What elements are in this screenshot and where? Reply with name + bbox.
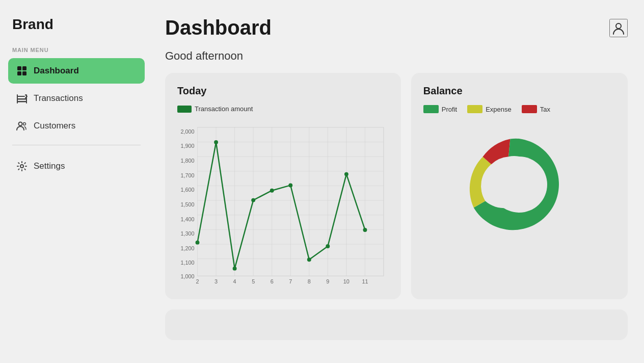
menu-label: MAIN MENU bbox=[8, 47, 145, 53]
svg-text:4: 4 bbox=[233, 278, 236, 284]
svg-point-55 bbox=[196, 241, 200, 245]
svg-text:7: 7 bbox=[289, 278, 292, 284]
svg-text:5: 5 bbox=[252, 278, 255, 284]
svg-text:1,600: 1,600 bbox=[180, 187, 194, 193]
donut-segment-other bbox=[509, 139, 520, 157]
line-chart: 2,000 1,900 1,800 1,700 1,600 1,500 1,40… bbox=[177, 119, 389, 287]
sidebar-item-label-dashboard: Dashboard bbox=[34, 66, 79, 76]
svg-point-60 bbox=[288, 183, 292, 187]
sidebar-item-transactions[interactable]: Transactions bbox=[8, 86, 145, 111]
svg-text:1,300: 1,300 bbox=[180, 230, 194, 237]
svg-rect-0 bbox=[17, 66, 21, 70]
svg-point-56 bbox=[214, 140, 218, 144]
svg-text:9: 9 bbox=[326, 278, 329, 284]
svg-point-63 bbox=[344, 172, 348, 176]
sidebar-item-label-customers: Customers bbox=[34, 121, 75, 131]
donut-chart-container bbox=[423, 123, 615, 246]
sidebar-item-dashboard[interactable]: Dashboard bbox=[8, 58, 145, 84]
nav-divider bbox=[12, 145, 141, 145]
svg-rect-1 bbox=[22, 66, 26, 70]
cards-row: Today Transaction amount 2, bbox=[165, 73, 628, 299]
svg-point-61 bbox=[307, 257, 311, 262]
svg-text:1,100: 1,100 bbox=[180, 260, 194, 266]
sidebar-item-customers[interactable]: Customers bbox=[8, 113, 145, 139]
svg-point-62 bbox=[326, 244, 330, 248]
svg-text:1,200: 1,200 bbox=[180, 245, 194, 251]
user-icon bbox=[611, 21, 626, 35]
svg-text:6: 6 bbox=[271, 278, 274, 284]
legend-item-transaction: Transaction amount bbox=[177, 105, 253, 113]
balance-card-title: Balance bbox=[423, 85, 615, 97]
customers-icon bbox=[16, 120, 28, 132]
sidebar-item-label-settings: Settings bbox=[34, 161, 65, 171]
svg-rect-5 bbox=[17, 98, 26, 100]
legend-label-transaction: Transaction amount bbox=[195, 105, 253, 113]
brand-title: Brand bbox=[8, 16, 145, 33]
svg-point-64 bbox=[363, 228, 367, 232]
sidebar-item-settings[interactable]: Settings bbox=[8, 153, 145, 179]
svg-point-58 bbox=[251, 198, 255, 202]
user-profile-button[interactable] bbox=[609, 19, 628, 37]
donut-segment-expense bbox=[470, 157, 491, 208]
sidebar-item-label-transactions: Transactions bbox=[34, 93, 83, 103]
svg-text:2,000: 2,000 bbox=[180, 128, 194, 135]
svg-text:10: 10 bbox=[343, 278, 350, 284]
today-legend: Transaction amount bbox=[177, 105, 389, 113]
svg-point-11 bbox=[616, 23, 621, 29]
svg-text:2: 2 bbox=[196, 278, 199, 284]
grid-icon bbox=[16, 65, 28, 76]
legend-color-tax bbox=[522, 105, 537, 113]
settings-icon bbox=[16, 161, 28, 172]
legend-color-profit bbox=[423, 105, 439, 113]
legend-item-tax: Tax bbox=[522, 105, 550, 113]
svg-text:11: 11 bbox=[362, 278, 368, 284]
svg-text:1,000: 1,000 bbox=[180, 273, 194, 279]
legend-item-expense: Expense bbox=[467, 105, 512, 113]
today-card-title: Today bbox=[177, 85, 389, 97]
svg-rect-3 bbox=[22, 71, 26, 75]
balance-legend: Profit Expense Tax bbox=[423, 105, 615, 113]
svg-rect-4 bbox=[17, 101, 26, 102]
svg-text:1,400: 1,400 bbox=[180, 216, 194, 222]
bottom-card bbox=[165, 309, 628, 340]
svg-point-10 bbox=[20, 165, 23, 168]
transactions-icon bbox=[16, 93, 28, 104]
svg-text:1,700: 1,700 bbox=[180, 172, 194, 178]
legend-label-profit: Profit bbox=[442, 106, 457, 113]
legend-label-tax: Tax bbox=[540, 106, 550, 113]
svg-point-8 bbox=[19, 122, 22, 126]
today-card: Today Transaction amount 2, bbox=[165, 73, 401, 299]
svg-text:1,500: 1,500 bbox=[180, 201, 194, 208]
svg-rect-2 bbox=[17, 71, 21, 75]
svg-point-9 bbox=[23, 123, 26, 125]
sidebar: Brand MAIN MENU Dashboard Transactions bbox=[0, 0, 153, 363]
line-chart-svg: 2,000 1,900 1,800 1,700 1,600 1,500 1,40… bbox=[177, 119, 389, 287]
svg-text:1,800: 1,800 bbox=[180, 158, 194, 164]
svg-point-57 bbox=[233, 267, 237, 271]
legend-label-expense: Expense bbox=[486, 106, 512, 113]
svg-text:1,900: 1,900 bbox=[180, 143, 194, 149]
balance-card: Balance Profit Expense Tax bbox=[411, 73, 628, 299]
donut-chart-svg bbox=[458, 123, 580, 246]
legend-color-expense bbox=[467, 105, 482, 113]
main-header: Dashboard bbox=[165, 16, 628, 39]
legend-box-transaction bbox=[177, 106, 192, 113]
legend-item-profit: Profit bbox=[423, 105, 457, 113]
page-title: Dashboard bbox=[165, 16, 272, 39]
svg-text:8: 8 bbox=[308, 278, 311, 284]
donut-hole bbox=[491, 157, 547, 213]
svg-text:3: 3 bbox=[214, 278, 218, 284]
svg-point-59 bbox=[270, 189, 274, 193]
main-content: Dashboard Good afternoon Today Transacti… bbox=[153, 0, 644, 363]
greeting-text: Good afternoon bbox=[165, 49, 628, 63]
